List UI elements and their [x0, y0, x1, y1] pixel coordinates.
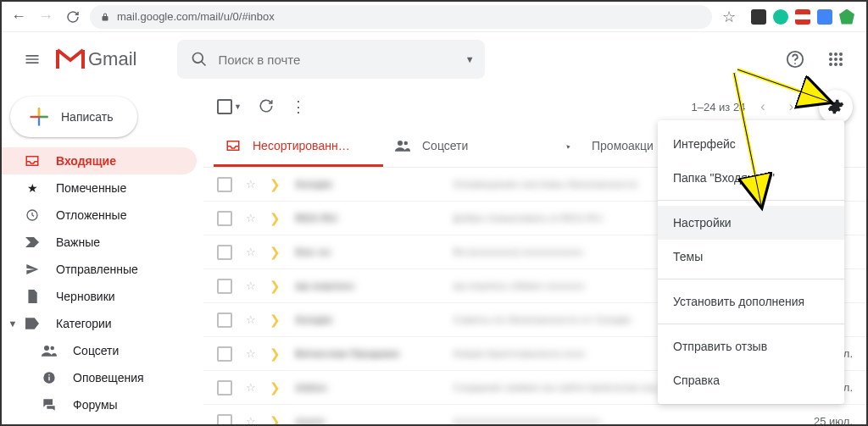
url-bar[interactable]: mail.google.com/mail/u/0/#inbox — [90, 5, 712, 29]
menu-item-addons[interactable]: Установить дополнения — [658, 285, 844, 318]
url-text: mail.google.com/mail/u/0/#inbox — [117, 10, 275, 23]
prev-page-button[interactable]: ‹ — [752, 99, 773, 114]
row-star-icon[interactable]: ☆ — [246, 347, 256, 360]
reload-button[interactable] — [63, 7, 83, 27]
sidebar-label: Входящие — [56, 154, 116, 168]
row-sender: wp express — [294, 279, 438, 292]
forward-button[interactable]: → — [36, 7, 56, 27]
compose-label: Написать — [61, 110, 113, 124]
info-icon — [41, 371, 58, 385]
row-subject: xxxxxxxxxxxxxxxxxxxxxxxxxxx — [452, 415, 788, 426]
svg-point-3 — [834, 53, 837, 56]
expand-icon[interactable]: ▼ — [2, 318, 24, 329]
row-important-icon[interactable]: ❯ — [270, 346, 281, 362]
pager: 1–24 из 24 ‹ › — [692, 99, 802, 114]
select-all-checkbox[interactable]: ▼ — [217, 99, 242, 114]
sidebar-label: Отправленные — [56, 263, 138, 276]
sidebar-label: Соцсети — [73, 344, 119, 357]
search-dropdown-icon[interactable]: ▼ — [465, 54, 475, 64]
row-sender: status — [294, 381, 438, 394]
svg-point-9 — [834, 63, 837, 66]
sidebar-item-inbox[interactable]: Входящие — [2, 147, 197, 174]
apps-grid-icon[interactable] — [819, 42, 853, 76]
row-checkbox[interactable] — [217, 380, 232, 396]
tab-social[interactable]: Соцсети — [383, 127, 553, 167]
search-input[interactable] — [218, 53, 470, 67]
sidebar-label: Черновики — [56, 290, 115, 303]
ext-icon-1[interactable] — [751, 9, 766, 25]
row-checkbox[interactable] — [217, 177, 232, 192]
menu-item-inbox-folder[interactable]: Папка "Входящие" — [658, 161, 844, 195]
gmail-logo-text: Gmail — [88, 48, 136, 70]
clock-icon — [24, 208, 41, 222]
menu-item-settings[interactable]: Настройки — [658, 206, 844, 240]
svg-point-13 — [51, 346, 55, 351]
svg-point-7 — [839, 58, 843, 61]
ext-icon-4[interactable] — [817, 9, 832, 25]
row-important-icon[interactable]: ❯ — [270, 211, 281, 226]
sidebar-item-starred[interactable]: ★ Помеченные — [2, 174, 197, 202]
bookmark-star-icon[interactable]: ☆ — [719, 7, 739, 27]
tab-label: Промоакци — [592, 139, 654, 152]
row-checkbox[interactable] — [217, 313, 232, 328]
help-icon[interactable] — [778, 42, 812, 76]
row-checkbox[interactable] — [217, 279, 232, 294]
svg-point-18 — [404, 141, 409, 146]
sidebar-item-categories[interactable]: Категории — [24, 310, 122, 337]
menu-item-feedback[interactable]: Отправить отзыв — [658, 329, 844, 363]
sidebar-item-sent[interactable]: Отправленные — [2, 256, 197, 283]
row-checkbox[interactable] — [217, 414, 232, 427]
row-star-icon[interactable]: ☆ — [246, 178, 256, 191]
tab-label: Соцсети — [422, 139, 468, 152]
extension-icons — [746, 9, 860, 25]
settings-gear-button[interactable] — [819, 90, 853, 124]
row-important-icon[interactable]: ❯ — [270, 245, 281, 260]
plus-icon — [27, 105, 51, 129]
row-star-icon[interactable]: ☆ — [246, 279, 256, 292]
row-important-icon[interactable]: ❯ — [270, 380, 281, 396]
sidebar-item-snoozed[interactable]: Отложенные — [2, 202, 197, 229]
sidebar-sub-forums[interactable]: Форумы — [2, 391, 197, 418]
row-sender: Вячеслав Продажи — [294, 347, 438, 360]
refresh-button[interactable] — [259, 98, 274, 116]
sidebar-label: Категории — [56, 317, 112, 330]
row-important-icon[interactable]: ❯ — [270, 313, 281, 328]
search-bar[interactable]: ▼ — [177, 40, 484, 79]
gear-icon — [827, 98, 844, 115]
sidebar-item-important[interactable]: Важные — [2, 229, 197, 256]
row-important-icon[interactable]: ❯ — [270, 279, 281, 294]
row-sender: REG RU — [294, 212, 438, 224]
ext-icon-3[interactable] — [795, 9, 810, 25]
gmail-logo[interactable]: Gmail — [56, 48, 136, 70]
menu-item-themes[interactable]: Темы — [658, 240, 844, 274]
row-checkbox[interactable] — [217, 211, 232, 226]
hamburger-menu-icon[interactable] — [15, 42, 49, 76]
menu-item-density[interactable]: Интерфейс — [658, 127, 844, 161]
tab-primary[interactable]: Несортированн… — [214, 127, 383, 167]
sidebar-item-drafts[interactable]: Черновики — [2, 283, 197, 310]
mail-row[interactable]: ☆❯xxxxxxxxxxxxxxxxxxxxxxxxxxxxxxxx25 июл… — [203, 405, 866, 426]
menu-item-help[interactable]: Справка — [658, 363, 844, 397]
ext-icon-2[interactable] — [773, 9, 788, 25]
more-button[interactable]: ⋮ — [291, 97, 306, 116]
row-star-icon[interactable]: ☆ — [246, 246, 256, 258]
row-star-icon[interactable]: ☆ — [246, 212, 256, 224]
sidebar-sub-social[interactable]: Соцсети — [2, 337, 197, 364]
svg-point-12 — [44, 346, 49, 351]
back-button[interactable]: ← — [8, 7, 29, 27]
gmail-header: Gmail ▼ — [2, 32, 866, 86]
svg-point-17 — [398, 141, 403, 146]
sidebar-sub-updates[interactable]: Оповещения — [2, 364, 197, 391]
ext-icon-5[interactable] — [839, 9, 854, 25]
row-checkbox[interactable] — [217, 346, 232, 362]
row-important-icon[interactable]: ❯ — [270, 414, 281, 427]
row-important-icon[interactable]: ❯ — [270, 177, 281, 192]
row-star-icon[interactable]: ☆ — [246, 313, 256, 326]
compose-button[interactable]: Написать — [10, 97, 137, 137]
svg-rect-16 — [48, 374, 49, 375]
row-star-icon[interactable]: ☆ — [246, 381, 256, 394]
next-page-button[interactable]: › — [781, 99, 802, 114]
sidebar-label: Форумы — [73, 398, 118, 412]
row-star-icon[interactable]: ☆ — [246, 415, 256, 426]
row-checkbox[interactable] — [217, 245, 232, 260]
